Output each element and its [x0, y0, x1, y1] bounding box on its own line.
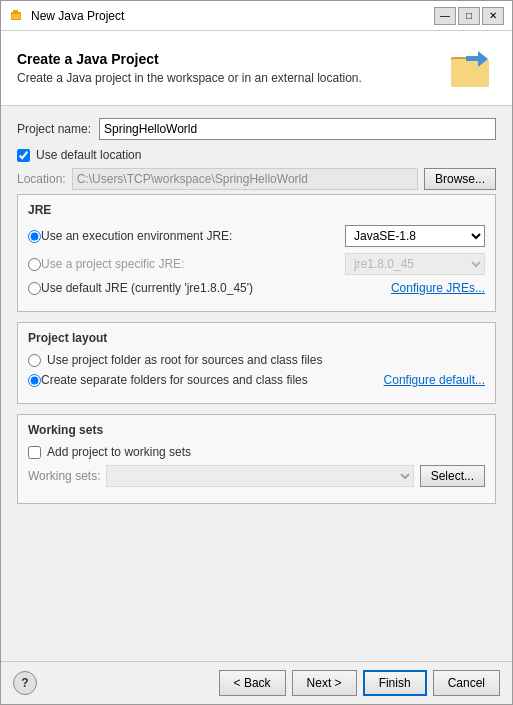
page-subtitle: Create a Java project in the workspace o… — [17, 71, 362, 85]
configure-default-link[interactable]: Configure default... — [384, 373, 485, 387]
cancel-button[interactable]: Cancel — [433, 670, 500, 696]
location-row: Location: Browse... — [17, 168, 496, 190]
jre-default-radio[interactable] — [28, 282, 41, 295]
jre-specific-label[interactable]: Use a project specific JRE: — [41, 257, 184, 271]
header-section: Create a Java Project Create a Java proj… — [1, 31, 512, 106]
jre-execution-dropdown-wrap: JavaSE-1.8 JavaSE-11 JavaSE-17 — [345, 225, 485, 247]
header-text: Create a Java Project Create a Java proj… — [17, 51, 362, 85]
main-window: New Java Project — □ ✕ Create a Java Pro… — [0, 0, 513, 705]
jre-section: JRE Use an execution environment JRE: Ja… — [17, 194, 496, 312]
svg-rect-2 — [12, 14, 20, 19]
working-sets-select-row: Working sets: Select... — [28, 465, 485, 487]
jre-option1-row: Use an execution environment JRE: JavaSE… — [28, 225, 485, 247]
add-working-sets-label[interactable]: Add project to working sets — [47, 445, 191, 459]
window-icon — [9, 8, 25, 24]
project-layout-section: Project layout Use project folder as roo… — [17, 322, 496, 404]
default-location-label[interactable]: Use default location — [36, 148, 141, 162]
layout-option1-row: Use project folder as root for sources a… — [28, 353, 485, 367]
window-controls: — □ ✕ — [434, 7, 504, 25]
default-location-row: Use default location — [17, 148, 496, 162]
jre-execution-label[interactable]: Use an execution environment JRE: — [41, 229, 232, 243]
close-button[interactable]: ✕ — [482, 7, 504, 25]
working-sets-field-label: Working sets: — [28, 469, 100, 483]
add-working-sets-row: Add project to working sets — [28, 445, 485, 459]
project-name-row: Project name: — [17, 118, 496, 140]
add-working-sets-checkbox[interactable] — [28, 446, 41, 459]
minimize-button[interactable]: — — [434, 7, 456, 25]
working-sets-select-button[interactable]: Select... — [420, 465, 485, 487]
layout-project-folder-label[interactable]: Use project folder as root for sources a… — [47, 353, 322, 367]
maximize-button[interactable]: □ — [458, 7, 480, 25]
project-name-label: Project name: — [17, 122, 91, 136]
layout-option2-row: Create separate folders for sources and … — [28, 373, 485, 387]
next-button[interactable]: Next > — [292, 670, 357, 696]
svg-rect-7 — [466, 56, 478, 61]
layout-project-folder-radio[interactable] — [28, 354, 41, 367]
browse-button[interactable]: Browse... — [424, 168, 496, 190]
jre-default-label[interactable]: Use default JRE (currently 'jre1.8.0_45'… — [41, 281, 253, 295]
jre-option2-row: Use a project specific JRE: jre1.8.0_45 — [28, 253, 485, 275]
default-location-checkbox[interactable] — [17, 149, 30, 162]
content-area: Project name: Use default location Locat… — [1, 106, 512, 661]
footer: ? < Back Next > Finish Cancel — [1, 661, 512, 704]
jre-specific-dropdown[interactable]: jre1.8.0_45 — [345, 253, 485, 275]
layout-separate-folders-label[interactable]: Create separate folders for sources and … — [41, 373, 308, 387]
window-title: New Java Project — [31, 9, 434, 23]
jre-execution-dropdown[interactable]: JavaSE-1.8 JavaSE-11 JavaSE-17 — [345, 225, 485, 247]
jre-option3-left: Use default JRE (currently 'jre1.8.0_45'… — [28, 281, 261, 295]
location-label: Location: — [17, 172, 66, 186]
working-sets-label: Working sets — [28, 423, 485, 437]
finish-button[interactable]: Finish — [363, 670, 427, 696]
working-sets-dropdown[interactable] — [106, 465, 413, 487]
svg-rect-1 — [13, 10, 18, 13]
configure-jres-link[interactable]: Configure JREs... — [391, 281, 485, 295]
project-layout-label: Project layout — [28, 331, 485, 345]
jre-specific-dropdown-wrap: jre1.8.0_45 — [345, 253, 485, 275]
help-button[interactable]: ? — [13, 671, 37, 695]
working-sets-section: Working sets Add project to working sets… — [17, 414, 496, 504]
jre-execution-radio[interactable] — [28, 230, 41, 243]
jre-section-label: JRE — [28, 203, 485, 217]
back-button[interactable]: < Back — [219, 670, 286, 696]
location-path-input[interactable] — [72, 168, 418, 190]
jre-option2-left: Use a project specific JRE: — [28, 257, 192, 271]
jre-option1-left: Use an execution environment JRE: — [28, 229, 240, 243]
jre-option3-row: Use default JRE (currently 'jre1.8.0_45'… — [28, 281, 485, 295]
title-bar: New Java Project — □ ✕ — [1, 1, 512, 31]
layout-option2-left: Create separate folders for sources and … — [28, 373, 316, 387]
layout-separate-folders-radio[interactable] — [28, 374, 41, 387]
project-name-input[interactable] — [99, 118, 496, 140]
page-title: Create a Java Project — [17, 51, 362, 67]
jre-specific-radio[interactable] — [28, 258, 41, 271]
svg-rect-5 — [451, 59, 489, 87]
header-icon — [446, 43, 496, 93]
